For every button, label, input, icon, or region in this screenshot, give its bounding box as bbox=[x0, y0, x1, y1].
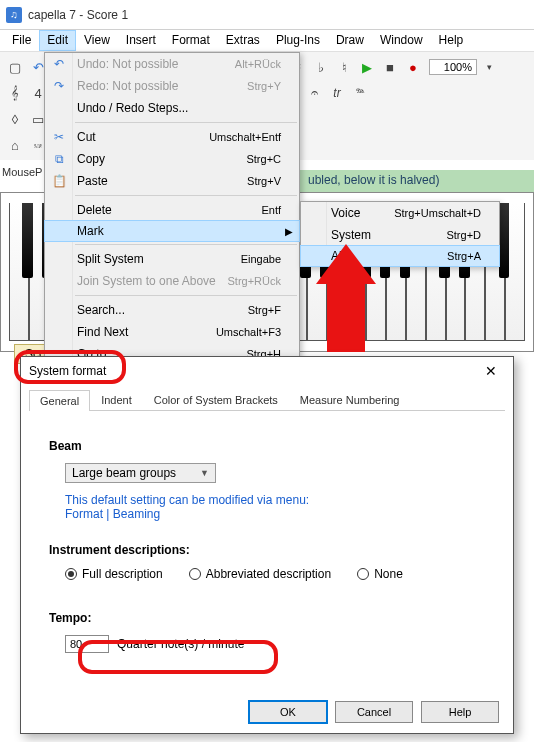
radio-full-description[interactable]: Full description bbox=[65, 567, 163, 581]
dialog-tab-indent[interactable]: Indent bbox=[90, 389, 143, 410]
tempo-input[interactable] bbox=[65, 635, 109, 653]
info-bar: ubled, below it is halved) bbox=[300, 170, 534, 192]
menu-item-copy[interactable]: ⧉CopyStrg+C bbox=[45, 148, 299, 170]
system-format-dialog: System format ✕ GeneralIndentColor of Sy… bbox=[20, 356, 514, 734]
submenu-item-label: System bbox=[331, 228, 371, 242]
menu-item-delete[interactable]: DeleteEntf bbox=[45, 199, 299, 221]
play-icon[interactable]: ▶ bbox=[356, 56, 378, 78]
menu-view[interactable]: View bbox=[76, 30, 118, 51]
submenu-arrow-icon: ▶ bbox=[285, 226, 293, 237]
menu-item-undo-not-possible: ↶Undo: Not possibleAlt+RÜck bbox=[45, 53, 299, 75]
close-button[interactable]: ✕ bbox=[477, 361, 505, 381]
piano-black-key[interactable] bbox=[499, 203, 510, 278]
zoom-dropdown-icon[interactable]: ▾ bbox=[478, 56, 500, 78]
menu-item-undo-redo-steps-[interactable]: Undo / Redo Steps... bbox=[45, 97, 299, 119]
beam-hint-1: This default setting can be modified via… bbox=[65, 493, 485, 507]
record-icon[interactable]: ● bbox=[402, 56, 424, 78]
menu-item-shortcut: Strg+F bbox=[248, 304, 281, 316]
dialog-tab-measure-numbering[interactable]: Measure Numbering bbox=[289, 389, 411, 410]
menu-item-redo-not-possible: ↷Redo: Not possibleStrg+Y bbox=[45, 75, 299, 97]
menu-item-label: Redo: Not possible bbox=[77, 79, 178, 93]
menu-extras[interactable]: Extras bbox=[218, 30, 268, 51]
menu-item-shortcut: Umschalt+Entf bbox=[209, 131, 281, 143]
menu-icon: ✂ bbox=[51, 129, 67, 145]
mouse-panel-label: MouseP bbox=[2, 166, 44, 178]
menu-item-find-next[interactable]: Find NextUmschalt+F3 bbox=[45, 321, 299, 343]
beam-combo[interactable]: Large beam groups ▼ bbox=[65, 463, 216, 483]
beam-hint-2: Format | Beaming bbox=[65, 507, 485, 521]
menu-item-shortcut: Strg+Y bbox=[247, 80, 281, 92]
menu-item-search-[interactable]: Search...Strg+F bbox=[45, 299, 299, 321]
menu-item-mark[interactable]: Mark▶ bbox=[44, 220, 300, 242]
titlebar: ♫ capella 7 - Score 1 bbox=[0, 0, 534, 30]
trill-icon[interactable]: tr bbox=[326, 82, 348, 104]
help-button[interactable]: Help bbox=[421, 701, 499, 723]
radio-circle bbox=[357, 568, 369, 580]
piano-white-key[interactable] bbox=[9, 203, 29, 341]
ok-button[interactable]: OK bbox=[249, 701, 327, 723]
menu-icon: ↷ bbox=[51, 78, 67, 94]
fermata-icon[interactable]: 𝄐 bbox=[303, 82, 325, 104]
dialog-tab-color-of-system-brackets[interactable]: Color of System Brackets bbox=[143, 389, 289, 410]
left-panel: MouseP bbox=[2, 54, 44, 178]
edit-menu-dropdown: ↶Undo: Not possibleAlt+RÜck↷Redo: Not po… bbox=[44, 52, 300, 366]
beam-label: Beam bbox=[49, 439, 485, 453]
menu-item-cut[interactable]: ✂CutUmschalt+Entf bbox=[45, 126, 299, 148]
natural-icon[interactable]: ♮ bbox=[333, 56, 355, 78]
menu-item-label: Undo / Redo Steps... bbox=[77, 101, 188, 115]
dialog-title: System format bbox=[29, 364, 106, 378]
menu-item-label: Copy bbox=[77, 152, 105, 166]
menu-item-split-system[interactable]: Split SystemEingabe bbox=[45, 248, 299, 270]
menu-item-label: Paste bbox=[77, 174, 108, 188]
annotation-arrow bbox=[316, 246, 376, 352]
menu-icon: ↶ bbox=[51, 56, 67, 72]
chevron-down-icon: ▼ bbox=[200, 468, 209, 478]
menu-item-label: Search... bbox=[77, 303, 125, 317]
menu-item-shortcut: Entf bbox=[261, 204, 281, 216]
menu-draw[interactable]: Draw bbox=[328, 30, 372, 51]
dialog-tab-general[interactable]: General bbox=[29, 390, 90, 411]
menu-item-join-system-to-one-above: Join System to one AboveStrg+RÜck bbox=[45, 270, 299, 292]
submenu-item-voice[interactable]: VoiceStrg+Umschalt+D bbox=[301, 202, 499, 224]
piano-black-key[interactable] bbox=[22, 203, 33, 278]
menu-item-shortcut: Alt+RÜck bbox=[235, 58, 281, 70]
menu-item-label: Split System bbox=[77, 252, 144, 266]
radio-none[interactable]: None bbox=[357, 567, 403, 581]
flat-icon[interactable]: ♭ bbox=[310, 56, 332, 78]
menu-edit[interactable]: Edit bbox=[39, 30, 76, 51]
submenu-item-shortcut: Strg+Umschalt+D bbox=[394, 207, 481, 219]
radio-circle bbox=[65, 568, 77, 580]
cancel-button[interactable]: Cancel bbox=[335, 701, 413, 723]
pedal-icon[interactable]: 𝆮 bbox=[349, 82, 371, 104]
menu-item-label: Delete bbox=[77, 203, 112, 217]
menu-item-paste[interactable]: 📋PasteStrg+V bbox=[45, 170, 299, 192]
radio-abbreviated-description[interactable]: Abbreviated description bbox=[189, 567, 331, 581]
menu-plug-ins[interactable]: Plug-Ins bbox=[268, 30, 328, 51]
menu-file[interactable]: File bbox=[4, 30, 39, 51]
menu-item-label: Find Next bbox=[77, 325, 128, 339]
zoom-field[interactable]: 100% bbox=[429, 59, 477, 75]
dialog-tabs: GeneralIndentColor of System BracketsMea… bbox=[29, 389, 505, 411]
stop-icon[interactable]: ■ bbox=[379, 56, 401, 78]
menu-format[interactable]: Format bbox=[164, 30, 218, 51]
menu-item-shortcut: Strg+V bbox=[247, 175, 281, 187]
beam-combo-value: Large beam groups bbox=[72, 466, 176, 480]
menu-item-shortcut: Eingabe bbox=[241, 253, 281, 265]
menu-window[interactable]: Window bbox=[372, 30, 431, 51]
submenu-item-shortcut: Strg+A bbox=[447, 250, 481, 262]
menu-icon: ⧉ bbox=[51, 151, 67, 167]
radio-label: None bbox=[374, 567, 403, 581]
tempo-label: Tempo: bbox=[49, 611, 485, 625]
window-title: capella 7 - Score 1 bbox=[28, 8, 128, 22]
submenu-item-shortcut: Strg+D bbox=[446, 229, 481, 241]
menu-insert[interactable]: Insert bbox=[118, 30, 164, 51]
menu-item-label: Join System to one Above bbox=[77, 274, 216, 288]
tempo-unit: Quarter note(s) / minute bbox=[117, 637, 244, 651]
menu-item-label: Undo: Not possible bbox=[77, 57, 178, 71]
instrument-label: Instrument descriptions: bbox=[49, 543, 485, 557]
menu-help[interactable]: Help bbox=[431, 30, 472, 51]
radio-circle bbox=[189, 568, 201, 580]
submenu-item-system[interactable]: SystemStrg+D bbox=[301, 224, 499, 246]
menubar: FileEditViewInsertFormatExtrasPlug-InsDr… bbox=[0, 30, 534, 52]
menu-item-shortcut: Strg+RÜck bbox=[228, 275, 282, 287]
